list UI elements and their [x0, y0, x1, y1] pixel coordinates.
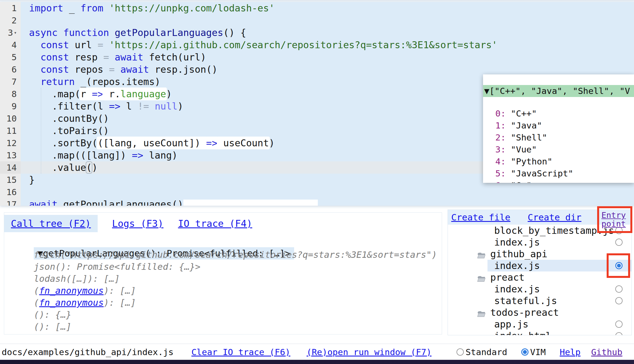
code-line[interactable]: 16 — [0, 186, 634, 198]
line-number: 1 — [0, 2, 21, 14]
code-line[interactable]: 4 const url = 'https://api.github.com/se… — [0, 39, 634, 51]
fold-marker-icon[interactable]: ▾ — [14, 30, 17, 35]
code-line-text[interactable]: const url = 'https://api.github.com/sear… — [21, 39, 634, 51]
overlay-array-item: 0:"C++" — [483, 108, 634, 120]
window-bottom-strip — [0, 360, 634, 364]
call-tree-row[interactable]: json(): Promise<fulfilled: {…}> — [4, 261, 442, 273]
file-name[interactable]: index.js — [494, 260, 540, 271]
anonymous-fn-link[interactable]: fn_anonymous — [39, 297, 104, 308]
annotation-box-selected-radio — [607, 253, 630, 278]
file-row-app-js[interactable]: app.js — [448, 318, 631, 330]
call-tree-row[interactable]: (): {…} — [4, 309, 442, 321]
code-line[interactable]: 6 const repos = await resp.json() — [0, 63, 634, 76]
file-row-index-js[interactable]: index.js — [448, 260, 631, 271]
entry-point-radio[interactable] — [615, 285, 623, 293]
file-row-stateful-js[interactable]: stateful.js — [448, 295, 631, 307]
call-tree-row[interactable]: lodash([…]): […] — [4, 273, 442, 285]
clear-io-trace-button[interactable]: Clear IO trace (F6) — [191, 347, 290, 357]
line-number: 15 — [0, 174, 21, 186]
file-name[interactable]: index.js — [494, 236, 540, 248]
call-tree-panel: Call tree (F2)Logs (F3)IO trace (F4) ▼ge… — [4, 212, 442, 334]
line-number: 12 — [0, 137, 21, 149]
file-tree: block_by_timestamp.jsindex.jsgithub_apii… — [448, 225, 631, 335]
tab-logs-f3[interactable]: Logs (F3) — [112, 215, 164, 232]
status-bar: docs/examples/github_api/index.js Clear … — [0, 344, 634, 360]
call-tree-row[interactable]: (): […] — [4, 321, 442, 333]
call-tree-row[interactable]: fetch("https://api.github.com/search/rep… — [4, 249, 442, 261]
call-tree-row[interactable]: (fn_anonymous): […] — [4, 285, 442, 297]
code-line-text[interactable] — [21, 186, 634, 198]
value-overlay-body: 0:"C++"1:"Java"2:"Shell"3:"Vue"4:"Python… — [483, 108, 634, 183]
code-line[interactable]: 1import _ from 'https://unpkg.com/lodash… — [0, 2, 634, 14]
create-file-button[interactable]: Create file — [451, 212, 510, 223]
overlay-array-item: 5:"JavaScript" — [483, 168, 634, 179]
line-number: 5 — [0, 51, 21, 63]
code-line-text[interactable]: import _ from 'https://unpkg.com/lodash-… — [21, 2, 634, 14]
entry-point-radio[interactable] — [615, 332, 623, 335]
line-number: 4 — [0, 39, 21, 51]
entry-point-radio[interactable] — [615, 321, 623, 328]
file-name[interactable]: app.js — [494, 318, 529, 330]
folder-icon — [477, 273, 486, 285]
line-number: 3▾ — [0, 26, 21, 39]
file-name[interactable]: github_api — [490, 248, 547, 260]
mode-option-vim[interactable]: VIM — [521, 347, 546, 357]
file-name[interactable]: todos-preact — [490, 307, 559, 318]
line-number: 7 — [0, 76, 21, 88]
code-line-text[interactable]: const repos = await resp.json() — [21, 63, 634, 76]
current-file-path: docs/examples/github_api/index.js — [2, 347, 174, 357]
code-line-text[interactable] — [21, 14, 634, 26]
overlay-array-item: 3:"Vue" — [483, 144, 634, 156]
code-line-text[interactable]: await getPopularLanguages() — [21, 198, 634, 206]
create-dir-button[interactable]: Create dir — [528, 212, 582, 223]
standard-radio[interactable] — [457, 348, 464, 356]
help-link[interactable]: Help — [560, 347, 581, 357]
file-row-index-js[interactable]: index.js — [448, 283, 631, 295]
value-overlay-header[interactable]: ▼["C++", "Java", "Shell", "V — [483, 85, 634, 97]
entry-point-radio[interactable] — [615, 297, 623, 304]
code-line[interactable]: 3▾async function getPopularLanguages() { — [0, 26, 634, 39]
code-line[interactable]: 17await getPopularLanguages() — [0, 198, 634, 206]
call-tree-root[interactable]: ▼getPopularLanguages(): Promise<fulfille… — [18, 237, 442, 249]
line-number: 11 — [0, 125, 21, 137]
file-name[interactable]: index.html — [494, 330, 551, 335]
line-number: 6 — [0, 63, 21, 76]
code-line[interactable]: 2 — [0, 14, 634, 26]
file-name[interactable]: block_by_timestamp.js — [494, 225, 614, 236]
reopen-run-window-button[interactable]: (Re)open run window (F7) — [307, 347, 432, 357]
overlay-array-item: 4:"Python" — [483, 156, 634, 168]
folder-row-github-api[interactable]: github_api — [448, 248, 631, 260]
github-link[interactable]: Github — [591, 347, 622, 357]
overlay-array-item: 6:"Go" — [483, 179, 634, 183]
entry-point-radio[interactable] — [615, 239, 623, 246]
folder-row-preact[interactable]: preact — [448, 271, 631, 283]
file-name[interactable]: index.js — [494, 283, 540, 295]
file-row-index-js[interactable]: index.js — [448, 236, 631, 248]
value-overlay: ▼["C++", "Java", "Shell", "V 0:"C++"1:"J… — [483, 74, 634, 183]
tab-call-tree-f2[interactable]: Call tree (F2) — [4, 215, 98, 232]
file-name[interactable]: stateful.js — [494, 295, 557, 307]
line-number: 10 — [0, 112, 21, 125]
call-tree-row[interactable]: (fn_anonymous): […] — [4, 297, 442, 309]
tab-io-trace-f4[interactable]: IO trace (F4) — [178, 215, 252, 232]
mode-option-standard[interactable]: Standard — [457, 347, 507, 357]
file-name[interactable]: preact — [490, 271, 525, 283]
call-tree-row[interactable]: (fn_anonymous): […] — [4, 333, 442, 334]
line-number: 2 — [0, 14, 21, 26]
code-line-text[interactable]: const resp = await fetch(url) — [21, 51, 634, 63]
overlay-array-item: 2:"Shell" — [483, 132, 634, 144]
app-window: 1import _ from 'https://unpkg.com/lodash… — [0, 0, 634, 364]
code-line-text[interactable]: async function getPopularLanguages() { — [21, 26, 634, 39]
file-row-index-html[interactable]: index.html — [448, 330, 631, 335]
panel-tabs: Call tree (F2)Logs (F3)IO trace (F4) — [4, 213, 442, 232]
vim-radio[interactable] — [521, 348, 529, 356]
standard-radio-label: Standard — [465, 347, 507, 357]
indent-guide — [41, 88, 41, 174]
editor-top-strip — [0, 0, 634, 2]
code-line[interactable]: 5 const resp = await fetch(url) — [0, 51, 634, 63]
line-number: 9 — [0, 100, 21, 112]
folder-row-todos-preact[interactable]: todos-preact — [448, 307, 631, 318]
anonymous-fn-link[interactable]: fn_anonymous — [39, 285, 104, 296]
anonymous-fn-link[interactable]: fn_anonymous — [39, 333, 104, 334]
line-number: 17 — [0, 198, 21, 206]
